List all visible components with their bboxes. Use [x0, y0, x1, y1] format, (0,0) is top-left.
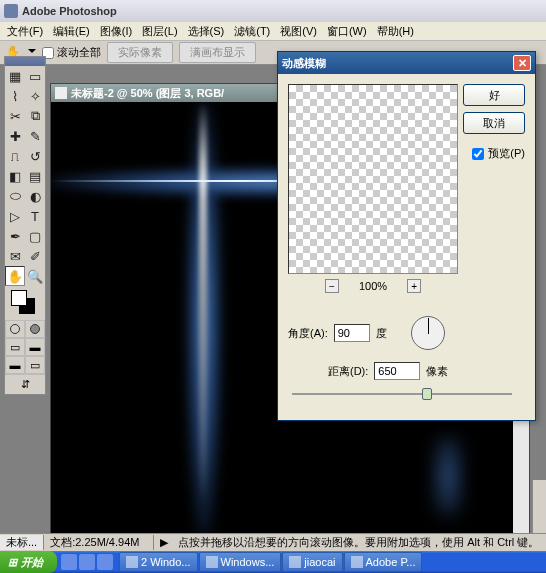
preview-option[interactable]: 预览(P)	[472, 146, 525, 161]
zoom-level: 100%	[359, 280, 387, 292]
blur-tool[interactable]: ⬭	[5, 186, 25, 206]
distance-input[interactable]	[374, 362, 420, 380]
menu-filter[interactable]: 滤镜(T)	[229, 22, 275, 41]
slice-tool[interactable]: ⧉	[25, 106, 45, 126]
doc-tab[interactable]: 未标...	[0, 535, 44, 550]
distance-label: 距离(D):	[328, 364, 368, 379]
canvas-artwork	[433, 436, 463, 516]
task-label: 2 Windo...	[141, 556, 191, 568]
task-label: Windows...	[221, 556, 275, 568]
menu-view[interactable]: 视图(V)	[275, 22, 322, 41]
doc-size[interactable]: 文档:2.25M/4.94M	[44, 535, 154, 550]
document-icon	[55, 87, 67, 99]
angle-input[interactable]	[334, 324, 370, 342]
menu-select[interactable]: 选择(S)	[183, 22, 230, 41]
zoom-tool[interactable]: 🔍	[25, 266, 45, 286]
color-swatch[interactable]	[5, 286, 45, 320]
preview-checkbox[interactable]	[472, 148, 484, 160]
jump-to-imageready[interactable]: ⇵	[5, 374, 45, 394]
fit-screen-button[interactable]: 满画布显示	[179, 42, 256, 63]
brush-tool[interactable]: ✎	[25, 126, 45, 146]
screen-full-menu[interactable]: ▬	[25, 338, 45, 356]
statusbar: 未标... 文档:2.25M/4.94M ▶ 点按并拖移以沿想要的方向滚动图像。…	[0, 533, 546, 551]
scroll-all-label: 滚动全部	[57, 45, 101, 60]
status-arrow-icon[interactable]: ▶	[154, 536, 174, 549]
dialog-titlebar[interactable]: 动感模糊 ✕	[278, 52, 535, 74]
notes-tool[interactable]: ✉	[5, 246, 25, 266]
actual-pixels-button[interactable]: 实际像素	[107, 42, 173, 63]
menu-help[interactable]: 帮助(H)	[372, 22, 419, 41]
wand-tool[interactable]: ✧	[25, 86, 45, 106]
distance-slider[interactable]	[292, 386, 512, 402]
start-label: 开始	[21, 555, 43, 570]
history-brush-tool[interactable]: ↺	[25, 146, 45, 166]
quick-launch	[57, 554, 117, 570]
task-item[interactable]: 2 Windo...	[119, 552, 198, 572]
app-icon	[4, 4, 18, 18]
cancel-button[interactable]: 取消	[463, 112, 525, 134]
dodge-tool[interactable]: ◐	[25, 186, 45, 206]
preview-thumbnail[interactable]	[288, 84, 458, 274]
stamp-tool[interactable]: ⎍	[5, 146, 25, 166]
eraser-tool[interactable]: ◧	[5, 166, 25, 186]
menubar: 文件(F) 编辑(E) 图像(I) 图层(L) 选择(S) 滤镜(T) 视图(V…	[0, 22, 546, 41]
ql-icon[interactable]	[97, 554, 113, 570]
move-tool[interactable]: ▦	[5, 66, 25, 86]
task-icon	[289, 556, 301, 568]
slider-thumb[interactable]	[422, 388, 432, 400]
dialog-title: 动感模糊	[282, 56, 326, 71]
task-icon	[206, 556, 218, 568]
preview-label: 预览(P)	[488, 146, 525, 161]
screen-extra[interactable]: ▭	[25, 356, 45, 374]
task-label: Adobe P...	[366, 556, 416, 568]
path-tool[interactable]: ▷	[5, 206, 25, 226]
menu-image[interactable]: 图像(I)	[95, 22, 137, 41]
taskbar: ⊞ 开始 2 Windo... Windows... jiaocai Adobe…	[0, 551, 546, 573]
scroll-all-option[interactable]: 滚动全部	[42, 45, 101, 60]
start-icon: ⊞	[8, 556, 17, 569]
menu-file[interactable]: 文件(F)	[2, 22, 48, 41]
eyedropper-tool[interactable]: ✐	[25, 246, 45, 266]
task-icon	[126, 556, 138, 568]
standard-mode[interactable]	[5, 320, 25, 338]
marquee-tool[interactable]: ▭	[25, 66, 45, 86]
slider-track	[292, 393, 512, 395]
hand-tool[interactable]: ✋	[5, 266, 25, 286]
task-icon	[351, 556, 363, 568]
app-titlebar: Adobe Photoshop	[0, 0, 546, 22]
angle-unit: 度	[376, 326, 387, 341]
start-button[interactable]: ⊞ 开始	[0, 551, 57, 573]
heal-tool[interactable]: ✚	[5, 126, 25, 146]
task-item[interactable]: Adobe P...	[344, 552, 423, 572]
angle-label: 角度(A):	[288, 326, 328, 341]
zoom-in-button[interactable]: +	[407, 279, 421, 293]
screen-full[interactable]: ▬	[5, 356, 25, 374]
foreground-color[interactable]	[11, 290, 27, 306]
angle-dial[interactable]	[411, 316, 445, 350]
ql-icon[interactable]	[61, 554, 77, 570]
crop-tool[interactable]: ✂	[5, 106, 25, 126]
screen-standard[interactable]: ▭	[5, 338, 25, 356]
quickmask-mode[interactable]	[25, 320, 45, 338]
status-hint: 点按并拖移以沿想要的方向滚动图像。要用附加选项，使用 Alt 和 Ctrl 键。	[174, 535, 543, 550]
ok-button[interactable]: 好	[463, 84, 525, 106]
close-button[interactable]: ✕	[513, 55, 531, 71]
document-title: 未标题-2 @ 50% (图层 3, RGB/	[71, 86, 224, 101]
menu-window[interactable]: 窗口(W)	[322, 22, 372, 41]
ql-icon[interactable]	[79, 554, 95, 570]
toolbox-header[interactable]	[5, 57, 45, 66]
task-item[interactable]: Windows...	[199, 552, 282, 572]
distance-unit: 像素	[426, 364, 448, 379]
gradient-tool[interactable]: ▤	[25, 166, 45, 186]
app-title: Adobe Photoshop	[22, 5, 117, 17]
type-tool[interactable]: T	[25, 206, 45, 226]
pen-tool[interactable]: ✒	[5, 226, 25, 246]
menu-layer[interactable]: 图层(L)	[137, 22, 182, 41]
lasso-tool[interactable]: ⌇	[5, 86, 25, 106]
task-label: jiaocai	[304, 556, 335, 568]
task-item[interactable]: jiaocai	[282, 552, 342, 572]
motion-blur-dialog: 动感模糊 ✕ 好 取消 预览(P) − 100% + 角度(A): 度 距离(D…	[277, 51, 536, 421]
menu-edit[interactable]: 编辑(E)	[48, 22, 95, 41]
shape-tool[interactable]: ▢	[25, 226, 45, 246]
zoom-out-button[interactable]: −	[325, 279, 339, 293]
